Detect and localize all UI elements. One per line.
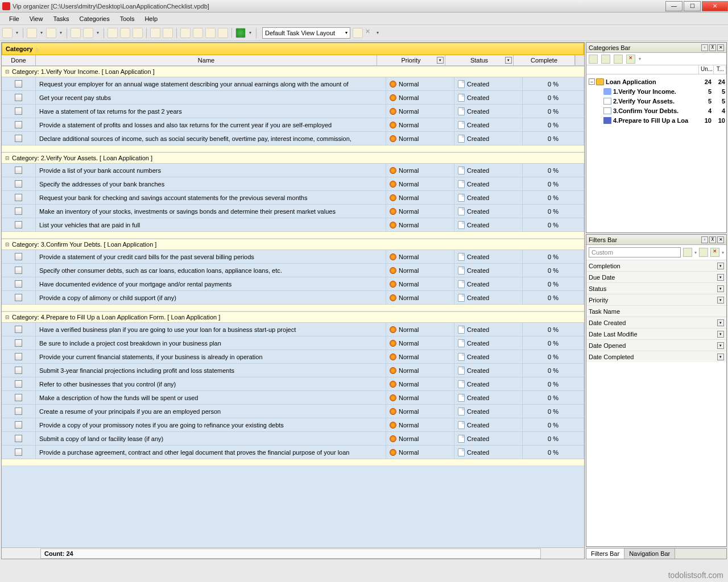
tree-item[interactable]: 1.Verify Your Income.55: [588, 86, 725, 96]
dropdown-icon[interactable]: ▾: [15, 28, 19, 38]
pin-icon[interactable]: ⊼: [709, 44, 716, 51]
dropdown-icon[interactable]: ▾: [717, 263, 724, 269]
toolbar-button[interactable]: [120, 28, 130, 38]
checkbox[interactable]: [15, 221, 22, 228]
maximize-button[interactable]: ☐: [684, 1, 701, 11]
task-row[interactable]: Request your bank for checking and savin…: [2, 191, 584, 205]
close-button[interactable]: ✕: [702, 1, 728, 11]
menu-tasks[interactable]: Tasks: [48, 14, 73, 23]
task-row[interactable]: Make an inventory of your stocks, invest…: [2, 205, 584, 218]
task-row[interactable]: List your vehicles that are paid in full…: [2, 218, 584, 232]
checkbox[interactable]: [15, 448, 22, 456]
tool-icon[interactable]: [699, 248, 708, 257]
dropdown-icon[interactable]: ▾: [96, 28, 100, 38]
delete-icon[interactable]: [710, 248, 719, 257]
dropdown-icon[interactable]: ▾: [717, 342, 724, 349]
checkbox[interactable]: [15, 253, 22, 260]
checkbox[interactable]: [15, 107, 22, 115]
group-row[interactable]: ⊟Category: 2.Verify Your Assets. [ Loan …: [2, 152, 584, 164]
task-row[interactable]: Specify other consumer debts, such as ca…: [2, 264, 584, 277]
task-row[interactable]: Provide a copy of alimony or child suppo…: [2, 291, 584, 305]
toolbar-button[interactable]: [27, 28, 37, 38]
checkbox[interactable]: [15, 380, 22, 388]
task-row[interactable]: Make a description of how the funds will…: [2, 391, 584, 405]
tree-item[interactable]: 3.Confirm Your Debts.44: [588, 106, 725, 115]
toolbar-button[interactable]: [46, 28, 56, 38]
toolbar-button[interactable]: [150, 28, 160, 38]
col-priority[interactable]: Priority▾: [377, 55, 445, 65]
checkbox[interactable]: [15, 326, 22, 333]
tree-root[interactable]: − Loan Application 24 24: [588, 77, 725, 86]
collapse-icon[interactable]: ⊟: [5, 69, 10, 74]
checkbox[interactable]: [15, 394, 22, 401]
checkbox[interactable]: [15, 167, 22, 174]
filter-row[interactable]: Task Name: [586, 305, 726, 317]
collapse-icon[interactable]: ⊟: [5, 314, 10, 320]
checkbox[interactable]: [15, 94, 22, 101]
dropdown-icon[interactable]: ▾: [717, 285, 724, 292]
checkbox[interactable]: [15, 194, 22, 201]
task-row[interactable]: Provide a copy of your promissory notes …: [2, 418, 584, 432]
task-row[interactable]: Request your employer for an annual wage…: [2, 77, 584, 91]
dropdown-icon[interactable]: ▾: [717, 319, 724, 326]
checkbox[interactable]: [15, 408, 22, 415]
pin-icon[interactable]: ⊼: [709, 236, 716, 243]
dropdown-icon[interactable]: ▾: [717, 297, 724, 304]
toolbar-button[interactable]: [205, 28, 216, 38]
task-row[interactable]: Submit 3-year financial projections incl…: [2, 364, 584, 377]
menu-tools[interactable]: Tools: [115, 14, 139, 23]
filter-row[interactable]: Due Date▾: [586, 271, 726, 282]
filter-row[interactable]: Date Completed▾: [586, 351, 726, 362]
col-name[interactable]: Name: [36, 55, 377, 65]
task-row[interactable]: Provide a statement of your credit card …: [2, 250, 584, 264]
dropdown-icon[interactable]: ▾: [717, 274, 724, 281]
tab-filters[interactable]: Filters Bar: [586, 548, 624, 559]
scrollbar[interactable]: [575, 55, 584, 65]
task-row[interactable]: Provide a list of your bank account numb…: [2, 164, 584, 177]
toolbar-button[interactable]: [163, 28, 173, 38]
toolbar-button[interactable]: [353, 28, 363, 38]
checkbox[interactable]: [15, 367, 22, 374]
checkbox[interactable]: [15, 421, 22, 429]
collapse-icon[interactable]: ⊟: [5, 155, 10, 161]
checkbox[interactable]: [15, 80, 22, 88]
delete-icon[interactable]: [626, 55, 635, 64]
tree-item[interactable]: 2.Verify Your Assets.55: [588, 96, 725, 106]
filter-row[interactable]: Date Opened▾: [586, 339, 726, 351]
task-row[interactable]: Specify the addresses of your bank branc…: [2, 177, 584, 191]
checkbox[interactable]: [15, 339, 22, 347]
toolbar-button[interactable]: [218, 28, 228, 38]
task-row[interactable]: Provide your current financial statement…: [2, 350, 584, 364]
layout-dropdown[interactable]: Default Task View Layout: [262, 27, 350, 39]
dropdown-icon[interactable]: ▾: [717, 331, 724, 338]
restore-icon[interactable]: ▫: [701, 236, 708, 243]
menu-view[interactable]: View: [25, 14, 48, 23]
task-row[interactable]: Get your recent pay stubsNormalCreated0 …: [2, 91, 584, 105]
dropdown-icon[interactable]: ▾: [717, 354, 724, 360]
close-icon[interactable]: ✕: [717, 44, 724, 51]
checkbox[interactable]: [15, 267, 22, 274]
task-row[interactable]: Declare additional sources of income, su…: [2, 132, 584, 146]
task-row[interactable]: Have a verified business plan if you are…: [2, 323, 584, 336]
toolbar-button[interactable]: [180, 28, 191, 38]
toolbar-button[interactable]: ✕: [365, 28, 373, 38]
checkbox[interactable]: [15, 280, 22, 288]
checkbox[interactable]: [15, 135, 22, 142]
tree-item[interactable]: 4.Prepare to Fill Up a Loa1010: [588, 115, 725, 125]
group-row[interactable]: ⊟Category: 4.Prepare to Fill Up a Loan A…: [2, 311, 584, 323]
group-row[interactable]: ⊟Category: 1.Verify Your Income. [ Loan …: [2, 66, 584, 77]
dropdown-icon[interactable]: ▾: [39, 28, 44, 38]
menu-file[interactable]: File: [5, 14, 24, 23]
task-row[interactable]: Create a resume of your principals if yo…: [2, 405, 584, 418]
toolbar-button[interactable]: [133, 28, 143, 38]
menu-help[interactable]: Help: [140, 14, 162, 23]
filter-combo[interactable]: Custom: [589, 247, 681, 257]
checkbox[interactable]: [15, 180, 22, 188]
menu-categories[interactable]: Categories: [75, 14, 114, 23]
toolbar-button[interactable]: [193, 28, 203, 38]
task-row[interactable]: Submit a copy of land or facility lease …: [2, 432, 584, 446]
close-icon[interactable]: ✕: [717, 236, 724, 243]
filter-icon[interactable]: ▾: [437, 57, 444, 64]
restore-icon[interactable]: ▫: [701, 44, 708, 51]
col-status[interactable]: Status▾: [445, 55, 514, 65]
